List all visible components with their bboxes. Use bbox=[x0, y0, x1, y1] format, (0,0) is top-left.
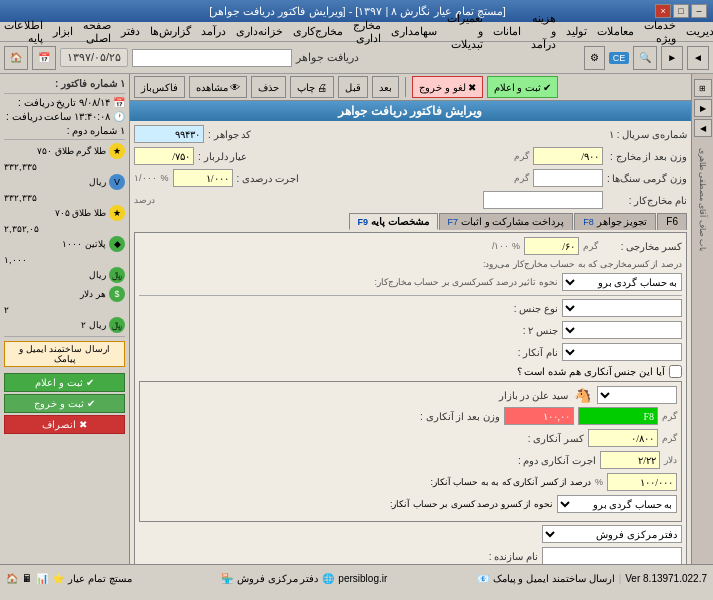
rs-gold-3: ★ طلا طلاق ۷۰۵ bbox=[4, 205, 125, 221]
form-body: شماره‌ی سریال : ۱ کد جواهر : وزن بعد از … bbox=[130, 121, 691, 564]
rs-rial-2: ﷼ ریال ۲ bbox=[4, 317, 125, 333]
weight-unit: گرم bbox=[514, 151, 529, 161]
rs-save-announce-btn[interactable]: ✔ ثبت و اعلام bbox=[4, 373, 125, 392]
center-sale-label: دفتر مرکزی فروش bbox=[237, 573, 319, 584]
menu-treasury[interactable]: خزانه‌داری bbox=[236, 25, 283, 38]
weight-ankari-unit: گرم bbox=[662, 411, 677, 421]
rial-icon-2: ﷼ bbox=[109, 317, 125, 333]
tab-basic[interactable]: مشخصات پایه F9 bbox=[349, 213, 438, 230]
ankari-checkbox[interactable] bbox=[669, 365, 682, 378]
kasr-percent-input[interactable] bbox=[607, 473, 677, 491]
rs-send-btn[interactable]: ارسال ساختمند ایمیل و پیامک bbox=[4, 341, 125, 367]
rial-icon: ﷼ bbox=[109, 267, 125, 283]
ajrat-ankari-row: دلار اجرت آنکاری دوم : bbox=[144, 451, 677, 469]
sidebar-icon-1[interactable]: ⊞ bbox=[694, 79, 712, 97]
discount-input[interactable] bbox=[173, 169, 233, 187]
kasr-effect-select[interactable]: به حساب گردی برو bbox=[562, 273, 682, 291]
menu-reports[interactable]: گزارش‌ها bbox=[150, 25, 191, 38]
menu-repairs[interactable]: تعمیرات و تبدیلات bbox=[447, 12, 483, 51]
rs-second-num-label: شماره دوم : bbox=[67, 125, 117, 136]
kasr-desc: درصد از کسرمخارجی که به حساب مخارج‌کار م… bbox=[483, 259, 682, 269]
persiblog-label: persiblog.ir bbox=[338, 573, 387, 584]
nav-btn-1[interactable]: ◄ bbox=[687, 46, 709, 70]
menu-tools[interactable]: ابزار bbox=[53, 25, 73, 38]
kasr-unit2: گرم bbox=[583, 241, 598, 251]
menu-trust[interactable]: امانات bbox=[493, 25, 521, 38]
type-gender-select1[interactable] bbox=[562, 299, 682, 317]
menu-production[interactable]: تولید bbox=[566, 25, 587, 38]
weight-after-label: وزن بعد از مخارج : bbox=[607, 151, 687, 162]
rs-gold-1: ★ طلا گرم طلاق ۷۵۰ bbox=[4, 143, 125, 159]
delete-btn[interactable]: حذف bbox=[251, 76, 286, 98]
menu-base-info[interactable]: اطلاعات پایه bbox=[4, 19, 43, 45]
invoice-num-input[interactable] bbox=[134, 125, 204, 143]
seller-select[interactable]: دفتر مرکزی فروش bbox=[542, 525, 682, 543]
close-button[interactable]: × bbox=[655, 4, 671, 18]
calendar-btn[interactable]: 📅 bbox=[32, 46, 56, 70]
name-input[interactable] bbox=[483, 191, 603, 209]
rs-gold-3-label: طلا طلاق ۷۰۵ bbox=[55, 208, 106, 218]
eiyar-input[interactable] bbox=[134, 147, 194, 165]
right-sidebar: ۱ شماره فاکتور : 📅 ۹/۰۸/۱۴ تاریخ دریافت … bbox=[0, 74, 130, 564]
maximize-button[interactable]: □ bbox=[673, 4, 689, 18]
rs-time-row: 🕐 ۱۳:۴۰:۰۸ ساعت دریافت : bbox=[4, 111, 125, 122]
kasr-effect-ankari-row: به حساب گردی برو نحوه از کسرو درصد کسری … bbox=[144, 495, 677, 513]
settings-btn[interactable]: ⚙ bbox=[584, 46, 605, 70]
exit-btn[interactable]: ✖ لغو و خروج bbox=[412, 76, 483, 98]
ankari-dropdown[interactable] bbox=[597, 386, 677, 404]
kasr-input[interactable] bbox=[524, 237, 579, 255]
menu-income[interactable]: هزینه و درآمد bbox=[531, 12, 556, 51]
rs-cancel-btn[interactable]: ✖ انصراف bbox=[4, 415, 125, 434]
tab-jewel[interactable]: تجویز جواهر F8 bbox=[574, 213, 656, 230]
search-input[interactable] bbox=[132, 49, 292, 67]
next-btn[interactable]: بعد bbox=[372, 76, 399, 98]
type-gender-select2[interactable] bbox=[562, 321, 682, 339]
menu-work[interactable]: مخارج‌کاری bbox=[293, 25, 343, 38]
weight-ankari-input[interactable] bbox=[578, 407, 658, 425]
menu-bar: مدیریت خدمات ویژه معاملات تولید هزینه و … bbox=[0, 22, 713, 42]
chart-icon: 📊 bbox=[36, 573, 48, 584]
nav-btn-2[interactable]: ► bbox=[661, 46, 683, 70]
menu-ledger[interactable]: دفتر bbox=[121, 25, 140, 38]
sidebar-icon-2[interactable]: ▶ bbox=[694, 99, 712, 117]
window-controls[interactable]: – □ × bbox=[655, 4, 707, 18]
kasr-effect-ankari-select[interactable]: به حساب گردی برو bbox=[557, 495, 677, 513]
rs-time-val: ۱۳:۴۰:۰۸ bbox=[74, 111, 110, 122]
home-btn[interactable]: 🏠 bbox=[4, 46, 28, 70]
menu-special[interactable]: خدمات ویژه bbox=[644, 19, 676, 45]
print-btn[interactable]: 🖨 چاپ bbox=[290, 76, 334, 98]
menu-home[interactable]: صفحه اصلی bbox=[83, 19, 111, 45]
fax-btn[interactable]: فاکس‌باز bbox=[134, 76, 185, 98]
rs-save-exit-btn[interactable]: ✔ ثبت و خروج bbox=[4, 394, 125, 413]
minimize-button[interactable]: – bbox=[691, 4, 707, 18]
weight-after-input[interactable] bbox=[533, 147, 603, 165]
rs-platinum-label: پلاتین ۱۰۰۰ bbox=[62, 239, 106, 249]
ajrat-ankari-label: اجرت آنکاری دوم : bbox=[518, 455, 596, 466]
sidebar-icon-3[interactable]: ◀ bbox=[694, 119, 712, 137]
menu-admin[interactable]: مخارج اداری bbox=[353, 19, 381, 45]
prev-btn[interactable]: قبل bbox=[338, 76, 368, 98]
tab-f6[interactable]: F6 bbox=[657, 213, 687, 230]
type-gender-select3[interactable] bbox=[562, 343, 682, 361]
rs-rial-label: ریال bbox=[89, 270, 106, 280]
save-announce-btn[interactable]: ✔ ثبت و اعلام bbox=[487, 76, 559, 98]
serial-row: شماره‌ی سریال : ۱ کد جواهر : bbox=[134, 125, 687, 143]
main-toolbar: ◄ ► 🔍 CE ⚙ دریافت جواهر ۱۳۹۷/۰۵/۲۵ 📅 🏠 bbox=[0, 42, 713, 74]
rs-rial-2-val: ۲ bbox=[81, 320, 86, 330]
view-btn[interactable]: 👁 مشاهده bbox=[189, 76, 247, 98]
menu-management[interactable]: مدیریت bbox=[686, 25, 713, 38]
ajrat-ankari-input[interactable] bbox=[600, 451, 660, 469]
maker-input[interactable] bbox=[542, 547, 682, 564]
platinum-icon: ◆ bbox=[109, 236, 125, 252]
menu-revenue[interactable]: درآمد bbox=[201, 25, 226, 38]
name-label: نام مخارج‌کار : bbox=[607, 195, 687, 206]
tab-payment[interactable]: پرداخت مشارکت و اثبات F7 bbox=[439, 213, 574, 230]
kasr-ankari-input[interactable] bbox=[588, 429, 658, 447]
weight-ankari-secondary-input[interactable] bbox=[504, 407, 574, 425]
status-left: Ver 8.13971.022.7 | ارسال ساختمند ایمیل … bbox=[477, 573, 707, 584]
kasr-percent-unit: % bbox=[595, 477, 603, 487]
stones-input[interactable] bbox=[533, 169, 603, 187]
menu-deals[interactable]: معاملات bbox=[597, 25, 634, 38]
zoom-btn[interactable]: 🔍 bbox=[633, 46, 657, 70]
menu-shareholders[interactable]: سهامداری bbox=[391, 25, 437, 38]
